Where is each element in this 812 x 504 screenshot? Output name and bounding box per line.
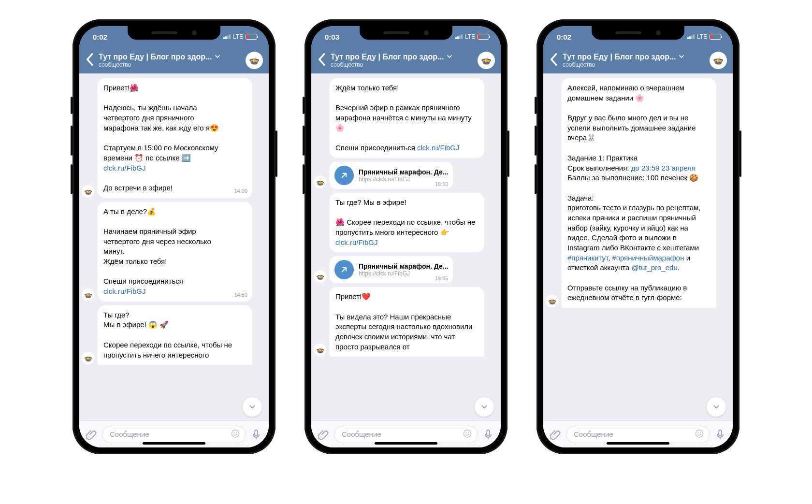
message-bubble[interactable]: Привет!🌺Надеюсь, ты ждёшь начала четверт… [98,78,252,198]
chat-subtitle: сообщество [563,61,705,68]
message-timestamp: 14:00 [234,187,247,195]
emoji-icon[interactable] [231,429,240,440]
message-input[interactable]: Сообщение [102,426,246,443]
status-time: 0:03 [325,33,339,41]
mic-icon[interactable] [250,429,262,440]
sender-avatar[interactable]: 🍲 [545,294,559,308]
message-text: Ты где?Мы в эфире! 😱 🚀 Скорее переходи п… [103,311,232,359]
message-text: А ты в деле?💰Начинаем пряничный эфир чет… [103,207,211,296]
chat-title: Тут про Еду | Блог про здор... [99,53,241,61]
sender-avatar[interactable]: 🍲 [313,270,327,283]
chat-avatar[interactable]: 🍲 [478,52,495,69]
sender-avatar[interactable]: 🍲 [313,175,327,189]
chat-title: Тут про Еду | Блог про здор... [331,53,473,61]
chat-header[interactable]: Тут про Еду | Блог про здор... сообществ… [79,47,269,73]
messages-list[interactable]: 🍲 Алексей, напоминаю о вчерашнем домашне… [543,73,733,420]
sender-avatar[interactable]: 🍲 [313,343,327,357]
messages-list[interactable]: Ждём только тебя!Вечерний эфир в рамках … [311,73,501,420]
chevron-down-icon[interactable] [215,53,220,61]
message-input[interactable]: Сообщение [566,426,710,443]
message-bubble[interactable]: Алексей, напоминаю о вчерашнем домашнем … [562,78,716,308]
input-placeholder: Сообщение [110,430,149,438]
emoji-icon[interactable] [463,429,472,440]
signal-icon [687,34,695,39]
scroll-down-button[interactable] [243,397,262,417]
attach-icon[interactable] [550,429,562,440]
link-preview-card[interactable]: Пряничный марафон. Де... https://clck.ru… [330,162,453,189]
chevron-down-icon[interactable] [447,53,452,61]
message-text: Привет!❤️Ты видела это? Наши прекрасные … [335,292,472,350]
notch [128,26,220,40]
message-timestamp: 18:50 [435,181,449,187]
home-indicator[interactable] [143,442,205,445]
chat-header[interactable]: Тут про Еду | Блог про здор... сообществ… [543,47,733,73]
svg-point-6 [468,432,469,433]
signal-icon [455,34,463,39]
home-indicator[interactable] [375,442,437,445]
message-bubble[interactable]: Ты где?Мы в эфире! 😱 🚀 Скорее переходи п… [98,305,252,365]
external-link-icon [334,260,354,279]
notch [360,26,452,40]
svg-point-4 [464,430,471,437]
network-label: LTE [465,33,475,40]
scroll-down-button[interactable] [475,397,494,417]
scroll-down-button[interactable] [707,397,726,417]
chevron-down-icon[interactable] [679,53,684,61]
battery-icon [246,34,257,40]
chat-avatar[interactable]: 🍲 [710,52,727,69]
link-card-title: Пряничный марафон. Де... [359,262,448,270]
svg-point-8 [696,430,703,437]
message-bubble[interactable]: Привет!❤️Ты видела это? Наши прекрасные … [330,287,484,357]
link[interactable]: clck.ru/FibGJ [335,238,378,246]
notch [592,26,684,40]
message-bubble[interactable]: Ждём только тебя!Вечерний эфир в рамках … [330,78,484,158]
hashtag[interactable]: #пряничныймарафон [612,254,684,262]
message-text: Привет!🌺Надеюсь, ты ждёшь начала четверт… [103,84,219,192]
link[interactable]: clck.ru/FibGJ [103,164,146,172]
screen: 0:02 LTE Тут про Еду | Блог про здор... … [543,26,733,447]
chat-header[interactable]: Тут про Еду | Блог про здор... сообществ… [311,47,501,73]
status-time: 0:02 [93,33,107,41]
link[interactable]: @tut_pro_edu [632,263,678,272]
message-timestamp: 14:50 [234,291,247,299]
screen: 0:03 LTE Тут про Еду | Блог про здор... … [311,26,501,447]
link-preview-card[interactable]: Пряничный марафон. Де... https://clck.ru… [330,256,453,283]
mic-icon[interactable] [714,429,726,440]
network-label: LTE [697,33,707,40]
sender-avatar[interactable]: 🍲 [81,351,95,365]
chat-avatar[interactable]: 🍲 [246,52,263,69]
link[interactable]: до 23:59 23 апреля [631,164,696,172]
message-input[interactable]: Сообщение [334,426,478,443]
message-timestamp: 19:05 [435,275,449,281]
svg-point-10 [700,432,701,433]
link[interactable]: clck.ru/FibGJ [103,287,146,295]
svg-rect-3 [255,430,258,436]
back-button[interactable] [549,53,558,68]
input-placeholder: Сообщение [342,430,381,438]
message-bubble[interactable]: А ты в деле?💰Начинаем пряничный эфир чет… [98,202,252,302]
external-link-icon [334,166,354,185]
messages-list[interactable]: 🍲 Привет!🌺Надеюсь, ты ждёшь начала четве… [79,73,269,420]
hashtag[interactable]: #пряникитут [567,254,608,262]
battery-icon [710,34,721,40]
sender-avatar[interactable]: 🍲 [81,185,95,198]
link[interactable]: clck.ru/FibGJ [417,144,460,152]
svg-point-5 [466,432,467,433]
battery-icon [478,34,489,40]
home-indicator[interactable] [607,442,669,445]
message-bubble[interactable]: Ты где? Мы в эфире!🌺 Скорее переходи по … [330,193,484,252]
attach-icon[interactable] [318,429,330,440]
sender-avatar[interactable]: 🍲 [81,288,95,302]
attach-icon[interactable] [86,429,98,440]
chat-subtitle: сообщество [331,61,473,68]
network-label: LTE [233,33,243,40]
back-button[interactable] [317,53,326,68]
status-time: 0:02 [557,33,571,41]
emoji-icon[interactable] [695,429,704,440]
screen: 0:02 LTE Тут про Еду | Блог про здор... … [79,26,269,447]
signal-icon [223,34,231,39]
message-text: Ты где? Мы в эфире!🌺 Скорее переходи по … [335,198,475,246]
mic-icon[interactable] [482,429,494,440]
back-button[interactable] [85,53,94,68]
svg-rect-7 [487,430,490,436]
